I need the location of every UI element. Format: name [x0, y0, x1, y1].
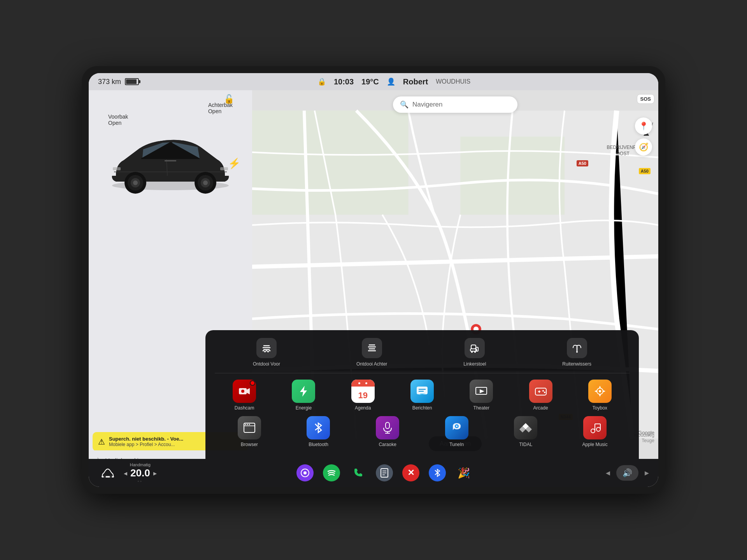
svg-point-53 [247, 424, 248, 425]
user-profile-icon: 👤 [387, 77, 395, 86]
arcade-label: Arcade [533, 405, 548, 411]
svg-point-63 [591, 429, 595, 433]
svg-rect-34 [474, 351, 476, 353]
speed-up-arrow[interactable]: ▸ [153, 469, 157, 478]
taskbar-center: ✕ 🎉 [163, 464, 606, 481]
quick-ruitenwissers[interactable]: Ruitenwissers [562, 338, 591, 367]
compass-btn[interactable]: 🧭 [635, 138, 652, 156]
tidal-label: TIDAL [519, 442, 532, 447]
tidal-icon [514, 416, 537, 439]
svg-point-37 [241, 390, 244, 393]
speed-dots: ▫▫ [138, 479, 143, 483]
applemusic-icon [583, 416, 607, 439]
speed-value: 20.0 [130, 467, 150, 479]
charging-icon: ⚡ [228, 158, 240, 170]
taskbar-close[interactable]: ✕ [402, 464, 419, 481]
bluetooth-label: Bluetooth [309, 442, 328, 447]
speed-down-arrow[interactable]: ◂ [124, 469, 127, 478]
berichten-icon [410, 380, 434, 403]
quick-ontdooi-voor[interactable]: Ontdooi Voor [253, 338, 280, 367]
app-browser[interactable]: Browser [232, 416, 267, 447]
caraoke-icon [376, 416, 399, 439]
svg-point-59 [456, 425, 458, 427]
car-home-button[interactable] [98, 463, 117, 483]
toybox-icon [588, 380, 612, 403]
taskbar-spotify[interactable] [323, 464, 340, 481]
warning-text: Superch. niet beschikb. - Voe... [109, 436, 183, 442]
taskbar-phone[interactable] [349, 464, 366, 481]
app-toybox[interactable]: Toybox [582, 380, 617, 411]
car-image: ⚡ [104, 125, 237, 197]
linkerstoel-icon [465, 338, 485, 358]
app-bluetooth[interactable]: Bluetooth [301, 416, 336, 447]
svg-point-69 [110, 476, 112, 478]
volume-control[interactable]: 🔊 [616, 465, 638, 481]
taskbar-nav-left[interactable]: ◂ [606, 468, 610, 478]
app-theater[interactable]: Theater [464, 380, 499, 411]
tunein-icon [445, 416, 468, 439]
svg-rect-15 [460, 136, 565, 215]
svg-point-71 [303, 471, 307, 474]
app-row-2: Browser Bluetooth [215, 416, 630, 447]
quick-linkerstoel[interactable]: Linkerstoel [463, 338, 486, 367]
ontdooi-voor-icon [256, 338, 277, 358]
taskbar-bluetooth[interactable] [429, 464, 446, 481]
warning-sub: Mobiele app > Profiel > Accou... [109, 442, 183, 447]
time-display: 10:03 [334, 77, 354, 86]
ontdooi-achter-icon [362, 338, 382, 358]
svg-point-35 [576, 351, 578, 353]
tunein-label: TuneIn [449, 442, 464, 447]
svg-point-9 [203, 180, 208, 185]
quick-ontdooi-achter[interactable]: Ontdooi Achter [356, 338, 387, 367]
main-content: Voorbak Open Achterbak Open 🔓 [89, 90, 658, 459]
location-btn[interactable]: 📍 [635, 117, 652, 135]
taskbar-right: ◂ 🔊 ▸ [606, 465, 649, 481]
svg-rect-12 [165, 160, 176, 161]
svg-rect-38 [417, 387, 428, 394]
sos-button[interactable]: SOS [637, 94, 654, 104]
search-input[interactable]: Navigeren [412, 101, 443, 108]
screen: 373 km 🔒 10:03 19°C 👤 Robert WOUDHUIS [89, 73, 658, 487]
app-caraoke[interactable]: Caraoke [370, 416, 405, 447]
trunk-open-icon: 🔓 [224, 94, 234, 104]
app-energie[interactable]: Energie [286, 380, 321, 411]
applemusic-label: Apple Music [582, 442, 607, 447]
app-agenda[interactable]: 19 Agenda [345, 380, 381, 411]
app-applemusic[interactable]: Apple Music [577, 416, 612, 447]
svg-rect-14 [252, 110, 409, 215]
app-launcher: Ontdooi Voor Ontdooi Achter [205, 330, 639, 459]
dashcam-badge [250, 380, 255, 386]
svg-rect-30 [471, 345, 476, 349]
temp-display: 19°C [361, 77, 379, 86]
ruitenwissers-icon [567, 338, 587, 358]
dashcam-label: Dashcam [235, 405, 254, 411]
ontdooi-voor-label: Ontdooi Voor [253, 361, 280, 367]
agenda-icon: 19 [351, 380, 375, 403]
theater-icon [470, 380, 493, 403]
ruitenwissers-label: Ruitenwissers [562, 361, 591, 367]
app-dashcam[interactable]: Dashcam [227, 380, 262, 411]
taskbar-nav-right[interactable]: ▸ [645, 468, 649, 478]
taskbar-party-icon[interactable]: 🎉 [455, 464, 472, 481]
svg-point-47 [544, 392, 545, 393]
berichten-label: Berichten [412, 405, 432, 411]
taskbar-notes[interactable] [376, 464, 393, 481]
energie-label: Energie [296, 405, 312, 411]
quick-controls: Ontdooi Voor Ontdooi Achter [215, 338, 630, 373]
app-arcade[interactable]: Arcade [523, 380, 558, 411]
taskbar-app-icon-purple[interactable] [296, 464, 314, 481]
voorbak-label: Voorbak Open [108, 114, 128, 126]
svg-point-5 [133, 180, 138, 185]
svg-rect-32 [476, 347, 478, 351]
browser-label: Browser [241, 442, 258, 447]
search-bar[interactable]: 🔍 Navigeren [393, 96, 517, 113]
range-text: 373 km [98, 78, 121, 86]
search-icon: 🔍 [400, 100, 409, 109]
app-tunein[interactable]: TuneIn [439, 416, 474, 447]
device-frame: 373 km 🔒 10:03 19°C 👤 Robert WOUDHUIS [82, 66, 665, 494]
app-tidal[interactable]: TIDAL [508, 416, 543, 447]
browser-icon [238, 416, 261, 439]
car-svg [104, 125, 237, 195]
app-berichten[interactable]: Berichten [405, 380, 440, 411]
svg-rect-33 [471, 351, 473, 353]
